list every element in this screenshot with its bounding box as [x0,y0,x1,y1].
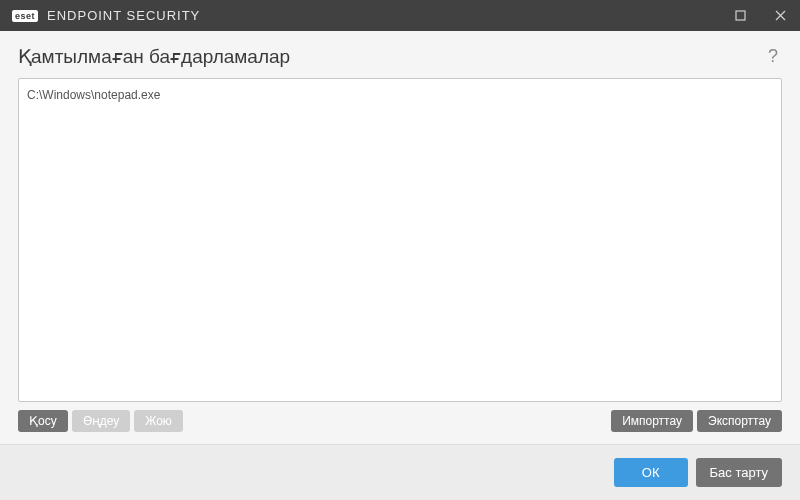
content: Қамтылмаған бағдарламалар ? C:\Windows\n… [0,31,800,444]
window-controls [720,0,800,31]
export-button[interactable]: Экспорттау [697,410,782,432]
titlebar: eset ENDPOINT SECURITY [0,0,800,31]
cancel-button[interactable]: Бас тарту [696,458,782,487]
ok-button[interactable]: ОК [614,458,688,487]
brand: eset ENDPOINT SECURITY [12,8,200,23]
edit-button[interactable]: Өңдеу [72,410,131,432]
toolbar-right: Импорттау Экспорттау [611,410,782,432]
excluded-apps-listbox[interactable]: C:\Windows\notepad.exe [18,78,782,402]
close-button[interactable] [760,0,800,31]
help-icon[interactable]: ? [764,46,782,67]
page-title: Қамтылмаған бағдарламалар [18,45,290,68]
toolbar: Қосу Өңдеу Жою Импорттау Экспорттау [18,410,782,432]
brand-text: ENDPOINT SECURITY [47,8,200,23]
maximize-button[interactable] [720,0,760,31]
svg-rect-0 [736,11,745,20]
list-item[interactable]: C:\Windows\notepad.exe [27,85,773,105]
close-icon [775,10,786,21]
brand-prefix: eset [12,10,38,22]
import-button[interactable]: Импорттау [611,410,693,432]
maximize-icon [735,10,746,21]
delete-button[interactable]: Жою [134,410,183,432]
footer: ОК Бас тарту [0,444,800,500]
header-row: Қамтылмаған бағдарламалар ? [18,45,782,68]
toolbar-left: Қосу Өңдеу Жою [18,410,183,432]
brand-logo: eset [12,10,39,22]
add-button[interactable]: Қосу [18,410,68,432]
